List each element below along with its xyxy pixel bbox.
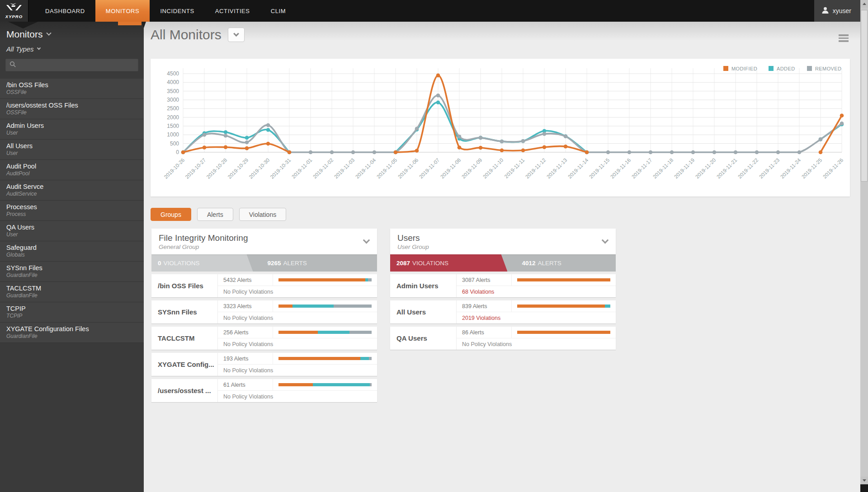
monitor-list-item[interactable]: Audit Pool AuditPool <box>0 160 144 180</box>
data-point-removed[interactable] <box>819 137 823 141</box>
nav-item-incidents[interactable]: INCIDENTS <box>150 0 204 22</box>
tab-violations[interactable]: Violations <box>239 208 286 221</box>
bar-segment-removed <box>369 357 372 360</box>
data-point-removed[interactable] <box>373 150 377 155</box>
type-filter-value: All Types <box>6 45 34 53</box>
monitor-list-item[interactable]: Processes Process <box>0 201 144 221</box>
data-point-modified[interactable] <box>840 114 844 118</box>
monitor-list-item[interactable]: QA Users User <box>0 221 144 241</box>
x-tick-label: 2019-10-27 <box>184 157 207 180</box>
user-menu[interactable]: xyuser <box>814 0 860 22</box>
data-point-removed[interactable] <box>436 94 440 98</box>
group-monitor-row[interactable]: /bin OSS Files 5432 Alerts No Policy Vio… <box>151 274 377 297</box>
data-point-modified[interactable] <box>266 142 270 146</box>
monitor-list-item[interactable]: Admin Users User <box>0 119 144 140</box>
data-point-removed[interactable] <box>649 150 653 155</box>
x-tick-label: 2019-11-03 <box>333 157 355 179</box>
scroll-up-button[interactable] <box>860 0 868 8</box>
monitor-list-item[interactable]: /users/osstest OSS Files OSSFile <box>0 99 144 119</box>
group-monitor-row[interactable]: XYGATE Config... 193 Alerts No Policy Vi… <box>151 353 377 376</box>
monitor-select-dropdown-button[interactable] <box>228 28 245 42</box>
data-point-removed[interactable] <box>479 136 483 140</box>
collapse-chevron-icon[interactable] <box>363 237 370 244</box>
search-input[interactable] <box>19 62 134 69</box>
data-point-modified[interactable] <box>415 149 419 153</box>
type-filter-dropdown[interactable]: All Types <box>6 45 40 53</box>
data-point-removed[interactable] <box>606 150 610 155</box>
monitor-list-item[interactable]: Audit Servce AuditService <box>0 180 144 201</box>
data-point-modified[interactable] <box>436 74 440 78</box>
scroll-down-button[interactable] <box>860 477 868 484</box>
group-monitor-row[interactable]: /users/osstest ... 61 Alerts No Policy V… <box>151 379 377 402</box>
data-point-removed[interactable] <box>458 135 462 139</box>
data-point-removed[interactable] <box>797 150 802 155</box>
monitor-list-item[interactable]: /bin OSS Files OSSFile <box>0 79 144 99</box>
data-point-removed[interactable] <box>840 122 844 126</box>
data-point-removed[interactable] <box>776 150 780 155</box>
data-point-modified[interactable] <box>819 150 823 155</box>
tab-groups[interactable]: Groups <box>151 208 191 221</box>
monitor-list-item[interactable]: All Users User <box>0 140 144 160</box>
data-point-removed[interactable] <box>755 150 759 155</box>
data-point-modified[interactable] <box>203 145 207 150</box>
line-chart[interactable]: 0500100015002000250030003500400045002019… <box>151 59 850 197</box>
menu-icon[interactable] <box>839 34 849 43</box>
data-point-modified[interactable] <box>394 150 398 155</box>
data-point-modified[interactable] <box>181 150 185 155</box>
nav-item-dashboard[interactable]: DASHBOARD <box>35 0 95 22</box>
nav-item-activities[interactable]: ACTIVITIES <box>205 0 260 22</box>
monitor-name: /users/osstest OSS Files <box>6 102 144 109</box>
data-point-removed[interactable] <box>330 150 334 155</box>
xypro-logo[interactable]: XYPRO <box>0 0 28 22</box>
group-monitor-row[interactable]: SYSnn Files 3323 Alerts No Policy Violat… <box>151 300 377 323</box>
sidebar-title-dropdown[interactable]: Monitors <box>6 29 51 40</box>
monitor-list-item[interactable]: SYSnn Files GuardianFile <box>0 262 144 282</box>
data-point-removed[interactable] <box>521 139 525 143</box>
monitor-name: Admin Users <box>390 274 457 297</box>
data-point-removed[interactable] <box>266 123 270 127</box>
data-point-modified[interactable] <box>564 145 568 149</box>
data-point-removed[interactable] <box>500 140 504 144</box>
data-point-removed[interactable] <box>203 133 207 137</box>
data-point-removed[interactable] <box>309 150 313 155</box>
data-point-modified[interactable] <box>521 148 525 152</box>
data-point-added[interactable] <box>245 136 249 140</box>
data-point-removed[interactable] <box>564 135 568 139</box>
data-point-added[interactable] <box>224 130 228 134</box>
nav-item-clim[interactable]: CLIM <box>260 0 296 22</box>
data-point-modified[interactable] <box>245 146 249 150</box>
monitor-list-item[interactable]: TCPIP TCPIP <box>0 302 144 323</box>
group-monitor-row[interactable]: Admin Users 3087 Alerts 68 Violations <box>390 274 616 297</box>
data-point-removed[interactable] <box>627 150 632 155</box>
data-point-modified[interactable] <box>458 145 462 150</box>
tab-alerts[interactable]: Alerts <box>197 208 233 221</box>
monitor-list-item[interactable]: XYGATE Configuration Files GuardianFile <box>0 323 144 343</box>
data-point-removed[interactable] <box>351 150 355 155</box>
data-point-modified[interactable] <box>585 150 589 155</box>
data-point-added[interactable] <box>266 128 270 132</box>
group-monitor-row[interactable]: QA Users 86 Alerts No Policy Violations <box>390 327 616 350</box>
data-point-removed[interactable] <box>542 132 547 136</box>
group-monitor-row[interactable]: All Users 839 Alerts 2019 Violations <box>390 300 616 323</box>
collapse-chevron-icon[interactable] <box>602 237 609 244</box>
data-point-modified[interactable] <box>500 148 504 152</box>
data-point-removed[interactable] <box>670 150 674 155</box>
data-point-modified[interactable] <box>288 150 292 155</box>
data-point-added[interactable] <box>436 101 440 105</box>
data-point-removed[interactable] <box>712 150 717 155</box>
data-point-modified[interactable] <box>479 146 483 150</box>
group-monitor-row[interactable]: TACLCSTM 256 Alerts No Policy Violations <box>151 327 377 350</box>
data-point-removed[interactable] <box>691 150 695 155</box>
data-point-modified[interactable] <box>224 145 228 149</box>
data-point-removed[interactable] <box>224 134 228 138</box>
monitor-list-item[interactable]: Safeguard Globals <box>0 241 144 262</box>
scrollbar-thumb[interactable] <box>861 10 868 182</box>
data-point-removed[interactable] <box>734 150 738 155</box>
svg-text:2019-10-27: 2019-10-27 <box>184 157 207 180</box>
data-point-removed[interactable] <box>245 141 249 145</box>
vertical-scrollbar[interactable] <box>860 0 868 492</box>
data-point-removed[interactable] <box>415 127 419 131</box>
data-point-modified[interactable] <box>542 145 547 149</box>
nav-item-monitors[interactable]: MONITORS <box>95 0 150 22</box>
monitor-list-item[interactable]: TACLCSTM GuardianFile <box>0 282 144 302</box>
